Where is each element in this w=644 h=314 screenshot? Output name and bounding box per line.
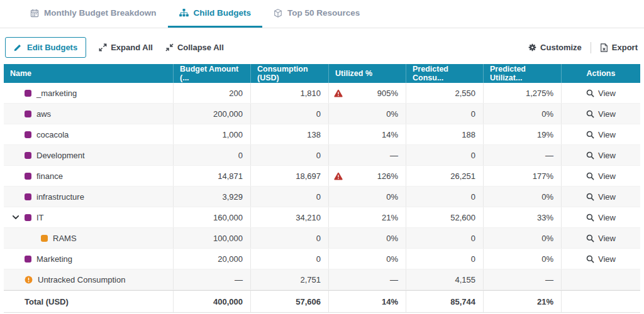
collapse-all-button[interactable]: Collapse All (165, 43, 224, 52)
search-icon (586, 255, 594, 263)
name-cell: infrastructure (4, 187, 174, 207)
view-button[interactable]: View (586, 254, 616, 264)
budget-amount-cell: 3,929 (174, 187, 251, 207)
view-button[interactable]: View (586, 130, 616, 139)
predicted-utilization-cell: 0% (484, 228, 562, 248)
name-cell: cocacola (4, 124, 174, 144)
predicted-consumption-cell: 0 (406, 187, 484, 207)
name-cell: RAMS (4, 228, 174, 248)
column-header-predicted-consu[interactable]: Predicted Consu... (406, 64, 484, 83)
budget-color-dot (25, 193, 31, 200)
predicted-utilization-cell: — (484, 145, 562, 165)
actions-cell: View (562, 207, 640, 227)
utilized-value: 0% (386, 254, 398, 264)
actions-cell: View (562, 104, 640, 124)
column-header-label: Actions (587, 69, 616, 78)
budget-amount-cell: 160,000 (174, 207, 251, 227)
total-budget-cell-value: 400,000 (213, 297, 243, 306)
actions-cell: View (562, 145, 640, 165)
view-button[interactable]: View (586, 171, 616, 181)
utilized-value: 0% (386, 109, 398, 119)
view-button[interactable]: View (586, 234, 616, 243)
budget-amount-cell-value: 160,000 (213, 213, 243, 222)
view-button[interactable]: View (586, 89, 616, 98)
column-header-actions[interactable]: Actions (562, 64, 640, 83)
consumption-cell: 0 (251, 104, 329, 124)
budget-color-dot (25, 214, 31, 221)
view-button[interactable]: View (586, 213, 616, 222)
table-row-infrastructure: infrastructure3,92900%00%View (4, 187, 640, 207)
budget-amount-cell: 200 (174, 83, 251, 103)
predicted-utilization-cell-value: — (545, 151, 553, 160)
chevron-down-icon[interactable] (12, 214, 25, 221)
edit-budgets-button[interactable]: Edit Budgets (5, 37, 86, 58)
tab-monthly-budget-breakdown[interactable]: Monthly Budget Breakdown (19, 0, 168, 28)
view-label: View (598, 213, 616, 222)
predicted-utilization-cell: 0% (484, 104, 562, 124)
customize-button[interactable]: Customize (528, 43, 582, 52)
exclamation-circle-icon (25, 276, 33, 284)
tab-bar: Monthly Budget BreakdownChild BudgetsTop… (0, 0, 644, 28)
utilized-value: 905% (377, 89, 398, 98)
predicted-consumption-cell: 0 (406, 104, 484, 124)
view-label: View (598, 109, 616, 119)
table-header: NameBudget Amount (...Consumption (USD)U… (4, 64, 640, 83)
column-header-label: Predicted Consu... (413, 65, 477, 82)
export-icon (600, 43, 608, 52)
utilized-cell: 905% (329, 83, 406, 103)
predicted-utilization-cell-value: 0% (541, 192, 553, 202)
tab-child-budgets[interactable]: Child Budgets (168, 0, 263, 28)
budgets-page: Monthly Budget BreakdownChild BudgetsTop… (0, 0, 644, 313)
predicted-consumption-cell: 4,155 (406, 269, 484, 290)
warning-icon (334, 89, 343, 97)
total-utilized-value: 14% (382, 297, 398, 306)
utilized-cell: 0% (329, 104, 406, 124)
consumption-cell-value: 1,810 (300, 89, 321, 98)
total-predicted-consumption-cell: 85,744 (406, 291, 484, 312)
budget-name: finance (36, 171, 63, 181)
utilized-cell: 0% (329, 228, 406, 248)
budget-amount-cell-value: 14,871 (218, 171, 243, 181)
utilized-value: — (390, 275, 398, 284)
view-button[interactable]: View (586, 109, 616, 119)
total-predicted-consumption-cell-value: 85,744 (450, 297, 475, 306)
predicted-utilization-cell: 1,275% (484, 83, 562, 103)
collapse-all-label: Collapse All (177, 43, 224, 52)
column-header-utilized[interactable]: Utilized % (329, 64, 406, 83)
budget-name: Untracked Consumption (38, 275, 125, 284)
view-label: View (598, 130, 616, 139)
tab-top-50-resources[interactable]: Top 50 Resources (262, 0, 371, 28)
calendar-icon (30, 9, 39, 18)
predicted-utilization-cell-value: 19% (537, 130, 553, 139)
view-button[interactable]: View (586, 192, 616, 202)
search-icon (586, 234, 594, 242)
column-header-name[interactable]: Name (4, 64, 174, 83)
export-button[interactable]: Export (600, 43, 638, 52)
predicted-utilization-cell: 0% (484, 187, 562, 207)
expand-all-button[interactable]: Expand All (99, 43, 153, 52)
predicted-consumption-cell: 0 (406, 228, 484, 248)
column-header-predicted-utilizat[interactable]: Predicted Utilizat... (484, 64, 562, 83)
table-row-marketing: Marketing20,00000%00%View (4, 249, 640, 269)
predicted-consumption-cell-value: 2,550 (455, 89, 475, 98)
total-label: Total (USD) (25, 297, 69, 306)
utilized-value: 126% (377, 171, 398, 181)
predicted-utilization-cell: 33% (484, 207, 562, 227)
column-header-budget-amount[interactable]: Budget Amount (... (174, 64, 251, 83)
predicted-utilization-cell: 177% (484, 166, 562, 186)
total-consumption-cell: 57,606 (251, 291, 329, 312)
column-header-consumption-usd[interactable]: Consumption (USD) (251, 64, 329, 83)
total-predicted-utilization-cell-value: 21% (537, 297, 553, 306)
total-consumption-cell-value: 57,606 (296, 297, 321, 306)
predicted-utilization-cell: 0% (484, 249, 562, 269)
utilized-cell: 0% (329, 249, 406, 269)
consumption-cell: 138 (251, 124, 329, 144)
consumption-cell: 0 (251, 249, 329, 269)
consumption-cell: 34,210 (251, 207, 329, 227)
export-label: Export (612, 43, 638, 52)
utilized-value: 0% (386, 234, 398, 243)
utilized-cell: — (329, 269, 406, 290)
gear-icon (528, 43, 536, 51)
utilized-cell: 14% (329, 124, 406, 144)
view-button[interactable]: View (586, 151, 616, 160)
